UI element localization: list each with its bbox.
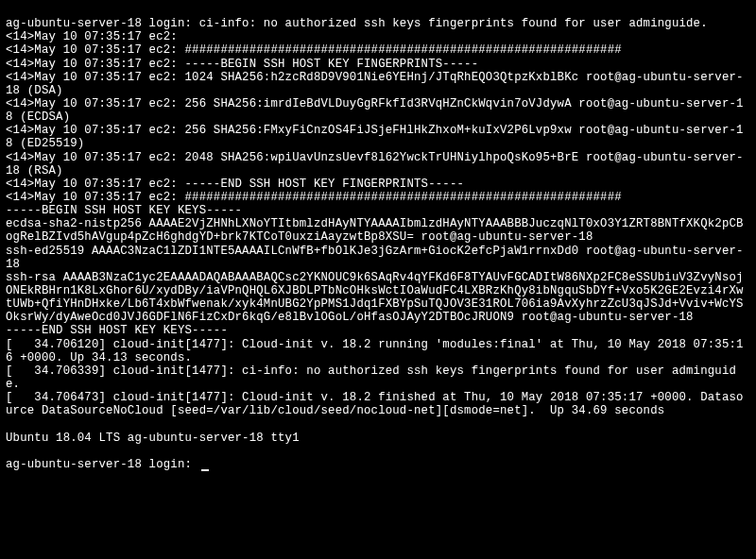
boot-line: -----BEGIN SSH HOST KEY KEYS----- xyxy=(6,204,242,217)
boot-line: <14>May 10 07:35:17 ec2: -----BEGIN SSH … xyxy=(6,58,478,71)
login-prompt[interactable]: ag-ubuntu-server-18 login: xyxy=(6,458,199,471)
cursor-icon xyxy=(201,469,209,471)
boot-line: [ 34.706339] cloud-init[1477]: ci-info: … xyxy=(6,364,736,391)
boot-line: <14>May 10 07:35:17 ec2: xyxy=(6,30,184,43)
boot-line: ecdsa-sha2-nistp256 AAAAE2VjZHNhLXNoYTIt… xyxy=(6,217,744,244)
boot-line: <14>May 10 07:35:17 ec2: 256 SHA256:FMxy… xyxy=(6,124,744,150)
boot-line: <14>May 10 07:35:17 ec2: -----END SSH HO… xyxy=(6,178,464,191)
boot-line: ssh-rsa AAAAB3NzaC1yc2EAAAADAQABAAABAQCs… xyxy=(6,271,744,324)
boot-line: <14>May 10 07:35:17 ec2: 1024 SHA256:h2z… xyxy=(6,71,744,97)
boot-line: ag-ubuntu-server-18 login: ci-info: no a… xyxy=(6,17,708,30)
boot-line: <14>May 10 07:35:17 ec2: 2048 SHA256:wpi… xyxy=(6,151,744,178)
boot-line: -----END SSH HOST KEY KEYS----- xyxy=(6,324,228,337)
boot-line: [ 34.706120] cloud-init[1477]: Cloud-ini… xyxy=(6,338,744,364)
boot-line: <14>May 10 07:35:17 ec2: 256 SHA256:imrd… xyxy=(6,97,744,124)
boot-line: <14>May 10 07:35:17 ec2: ###############… xyxy=(6,43,622,57)
boot-line: ssh-ed25519 AAAAC3NzaC1lZDI1NTE5AAAAILCn… xyxy=(6,245,744,271)
terminal-output: ag-ubuntu-server-18 login: ci-info: no a… xyxy=(6,4,750,471)
boot-line: <14>May 10 07:35:17 ec2: ###############… xyxy=(6,191,622,204)
os-banner: Ubuntu 18.04 LTS ag-ubuntu-server-18 tty… xyxy=(6,432,300,445)
boot-line: [ 34.706473] cloud-init[1477]: Cloud-ini… xyxy=(6,391,744,417)
